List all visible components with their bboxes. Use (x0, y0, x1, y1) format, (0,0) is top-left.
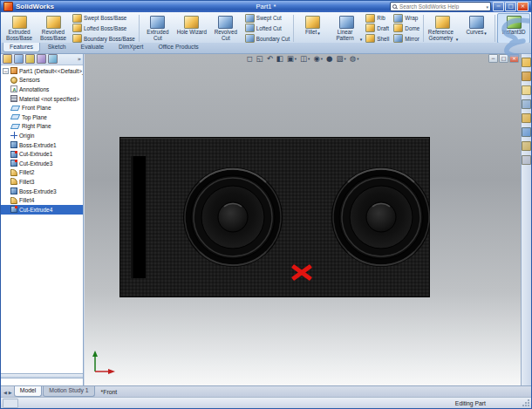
document-recovery-tab[interactable] (522, 155, 531, 165)
tab-motion-study-1[interactable]: Motion Study 1 (43, 386, 94, 397)
ribbon-button-instant3d[interactable]: Instant3D (497, 13, 530, 44)
ribbon-button-shell[interactable]: Shell (365, 34, 389, 43)
tab-office-products[interactable]: Office Products (151, 43, 205, 52)
custom-properties-tab[interactable] (522, 141, 531, 151)
tab-features[interactable]: Features (3, 43, 40, 52)
tree-item-label: Fillet3 (19, 179, 34, 185)
ribbon-button-label: Lofted Cut (256, 25, 282, 31)
minimize-button[interactable]: − (493, 2, 504, 11)
scroll-tabs-left-button[interactable]: ◀ (3, 390, 7, 395)
dimxpertmanager-tab[interactable] (37, 54, 46, 64)
tab-sketch[interactable]: Sketch (41, 43, 73, 52)
ribbon-button-fillet[interactable]: Fillet▾ (296, 13, 329, 44)
ribbon-button-reference-geometry[interactable]: Reference Geometry▾ (426, 13, 459, 44)
tree-item-fillet4[interactable]: Fillet4 (1, 195, 83, 205)
tree-item-cut-extrude1[interactable]: Cut-Extrude1 (1, 149, 83, 159)
tree-item-material-not-specified[interactable]: Material <not specified> (1, 94, 83, 104)
tree-item-front-plane[interactable]: Front Plane (1, 103, 83, 112)
ribbon-button-extruded-boss-base[interactable]: Extruded Boss/Base (3, 13, 36, 44)
edit-appearance-icon: ● (326, 54, 332, 63)
view-settings-button[interactable]: ◍▾ (350, 54, 359, 63)
tree-item-fillet3[interactable]: Fillet3 (1, 177, 83, 187)
zoom-to-area-button[interactable]: ◱ (256, 54, 263, 63)
graphics-viewport[interactable]: ◻◱↶◧▣▾◫▾◉▾●▨▾◍▾ −□× (85, 53, 521, 386)
ribbon-button-mirror[interactable]: Mirror (393, 34, 419, 43)
view-palette-tab[interactable] (522, 113, 531, 123)
tree-item-label: Material <not specified> (19, 96, 79, 102)
help-search-box[interactable]: ▾ (390, 2, 491, 11)
tree-item-boss-extrude3[interactable]: Boss-Extrude3 (1, 187, 83, 196)
ribbon-button-linear-pattern[interactable]: Linear Pattern▾ (330, 13, 363, 44)
appearances-scenes-tab[interactable] (522, 127, 531, 137)
tree-expander-icon[interactable]: − (3, 68, 9, 74)
ribbon-button-label: Reference Geometry (426, 30, 454, 42)
tab-model[interactable]: Model (14, 386, 43, 397)
doc-restore-button[interactable]: □ (499, 54, 508, 63)
tree-item-right-plane[interactable]: Right Plane (1, 122, 83, 132)
ribbon-button-curves[interactable]: Curves▾ (460, 13, 493, 44)
scroll-tabs-right-button[interactable]: ▶ (9, 390, 12, 395)
section-view-button[interactable]: ◧ (276, 54, 283, 63)
design-library-tab[interactable] (522, 72, 531, 81)
configurationmanager-tab[interactable] (25, 54, 35, 64)
zoom-to-fit-button[interactable]: ◻ (247, 54, 253, 63)
ribbon-button-boundary-boss-base[interactable]: Boundary Boss/Base (72, 34, 135, 43)
fillet-icon (10, 178, 17, 185)
display-style-button[interactable]: ◫▾ (300, 54, 310, 63)
tree-item-boss-extrude1[interactable]: Boss-Extrude1 (1, 140, 83, 150)
ribbon-button-label: Shell (377, 36, 389, 42)
file-explorer-tab[interactable] (522, 85, 531, 95)
ribbon-button-extruded-cut[interactable]: Extruded Cut (141, 13, 174, 44)
ribbon-button-boundary-cut[interactable]: Boundary Cut (245, 34, 290, 43)
tree-item-sensors[interactable]: Sensors (1, 76, 83, 85)
ribbon-button-dome[interactable]: Dome (393, 24, 419, 32)
apply-scene-button[interactable]: ▨▾ (336, 54, 345, 63)
hide-show-items-button[interactable]: ◉▾ (313, 54, 323, 63)
ribbon-button-swept-cut[interactable]: Swept Cut (245, 14, 290, 23)
search-input[interactable] (399, 3, 484, 10)
dropdown-arrow-icon: ▾ (357, 57, 358, 61)
edit-appearance-button[interactable]: ● (326, 54, 332, 63)
ribbon: Extruded Boss/BaseRevolved Boss/BaseSwep… (1, 12, 531, 45)
boundary-boss-base-icon (72, 34, 82, 43)
doc-close-button[interactable]: × (509, 54, 519, 63)
tree-item-annotations[interactable]: Annotations (1, 85, 83, 94)
tree-item-cut-extrude4[interactable]: Cut-Extrude4 (1, 205, 83, 215)
tree-item-origin[interactable]: Origin (1, 131, 83, 140)
doc-minimize-button[interactable]: − (488, 54, 498, 63)
rib-icon (365, 14, 375, 23)
search-tab[interactable] (522, 99, 531, 109)
close-button[interactable]: × (517, 2, 529, 11)
tree-item-cut-extrude3[interactable]: Cut-Extrude3 (1, 159, 83, 168)
displaymanager-tab[interactable] (48, 54, 58, 64)
featuremanager-design-tree-tab[interactable] (3, 54, 12, 64)
search-dropdown-icon[interactable]: ▾ (486, 4, 488, 10)
ribbon-button-wrap[interactable]: Wrap (393, 14, 419, 23)
solidworks-resources-tab[interactable] (522, 58, 531, 67)
speaker-box-model[interactable] (119, 137, 430, 297)
ribbon-button-draft[interactable]: Draft (365, 24, 389, 32)
ribbon-button-revolved-cut[interactable]: Revolved Cut (209, 13, 242, 44)
titlebar-right: ▾ −□× (390, 2, 529, 11)
tab-dimxpert[interactable]: DimXpert (112, 43, 150, 52)
cut-icon (10, 206, 17, 213)
previous-view-button[interactable]: ↶ (267, 54, 273, 63)
maximize-button[interactable]: □ (505, 2, 516, 11)
ribbon-button-swept-boss-base[interactable]: Swept Boss/Base (72, 14, 135, 23)
resize-grip[interactable] (528, 405, 529, 406)
propertymanager-tab[interactable] (14, 54, 24, 64)
revolved-cut-icon (218, 16, 233, 29)
tab-evaluate[interactable]: Evaluate (74, 43, 111, 52)
tree-item-fillet2[interactable]: Fillet2 (1, 168, 83, 178)
tree-item-part1-default-default-disp[interactable]: −Part1 (Default<<Default>_Disp (1, 66, 83, 76)
manager-overflow-button[interactable]: » (78, 56, 81, 63)
view-orientation-button[interactable]: ▣▾ (287, 54, 297, 63)
ribbon-button-revolved-boss-base[interactable]: Revolved Boss/Base (37, 13, 70, 44)
ribbon-button-hole-wizard[interactable]: Hole Wizard (175, 13, 208, 44)
ribbon-button-lofted-cut[interactable]: Lofted Cut (245, 24, 290, 32)
tree-item-label: Sensors (19, 77, 40, 83)
ribbon-button-rib[interactable]: Rib (365, 14, 389, 23)
apply-scene-icon: ▨ (336, 54, 343, 63)
ribbon-button-lofted-boss-base[interactable]: Lofted Boss/Base (72, 24, 135, 32)
tree-item-top-plane[interactable]: Top Plane (1, 112, 83, 122)
